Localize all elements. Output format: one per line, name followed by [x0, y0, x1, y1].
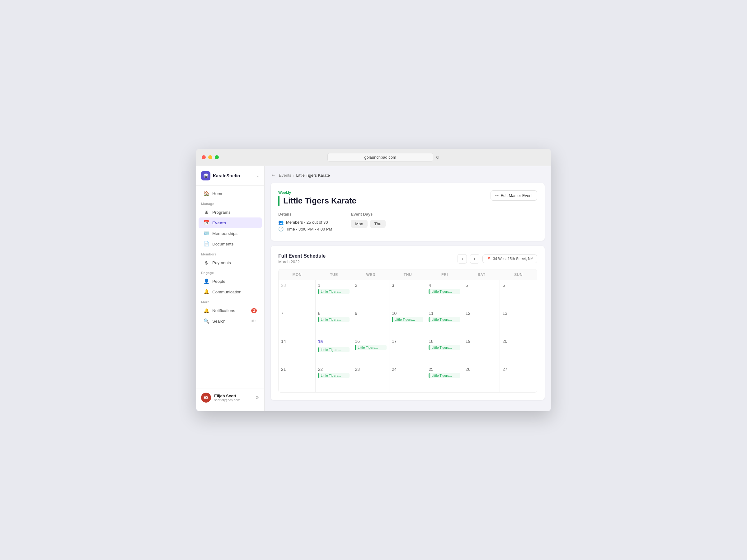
- url-display[interactable]: golaunchpad.com: [328, 153, 433, 161]
- time-detail: 🕐 Time - 3:00 PM - 4:00 PM: [278, 226, 332, 232]
- event-chip[interactable]: Little Tigers...: [429, 345, 460, 350]
- sidebar-item-memberships[interactable]: 🪪 Memberships: [199, 228, 262, 239]
- event-chip[interactable]: Little Tigers...: [318, 347, 350, 352]
- breadcrumb-parent[interactable]: Events: [279, 173, 291, 178]
- table-row[interactable]: 28: [279, 280, 316, 308]
- event-chip[interactable]: Little Tigers...: [429, 373, 460, 378]
- sidebar-item-communication-label: Communication: [212, 290, 241, 294]
- section-more-label: More: [196, 297, 264, 305]
- sidebar-item-memberships-label: Memberships: [212, 231, 237, 236]
- sidebar-item-home[interactable]: 🏠 Home: [199, 188, 262, 199]
- sidebar-item-people[interactable]: 👤 People: [199, 276, 262, 287]
- next-month-button[interactable]: ›: [470, 254, 479, 264]
- members-detail: 👥 Members - 25 out of 30: [278, 220, 332, 224]
- sidebar-item-communication[interactable]: 🔔 Communication: [199, 287, 262, 297]
- table-row[interactable]: 26: [463, 364, 500, 392]
- avatar: ES: [201, 393, 211, 403]
- table-row[interactable]: 17: [389, 336, 427, 364]
- day-number: 22: [318, 367, 350, 372]
- sidebar-item-search-label: Search: [212, 319, 226, 324]
- sidebar-item-programs-label: Programs: [212, 210, 231, 215]
- prev-month-button[interactable]: ‹: [458, 254, 467, 264]
- table-row[interactable]: 10 Little Tigers...: [389, 308, 427, 336]
- sidebar-item-search[interactable]: 🔍 Search ⌘K: [199, 316, 262, 326]
- back-arrow-icon[interactable]: ←: [271, 172, 276, 178]
- minimize-button[interactable]: [208, 155, 212, 159]
- table-row[interactable]: 19: [463, 336, 500, 364]
- day-number: 12: [466, 311, 497, 316]
- breadcrumb: ← Events / Little Tigers Karate: [271, 172, 545, 178]
- breadcrumb-current: Little Tigers Karate: [296, 173, 330, 178]
- event-chip[interactable]: Little Tigers...: [318, 289, 350, 294]
- home-icon: 🏠: [204, 191, 209, 196]
- day-number: 4: [429, 283, 460, 288]
- day-pill-mon: Mon: [351, 220, 367, 228]
- search-icon: 🔍: [204, 318, 209, 324]
- refresh-icon[interactable]: ↻: [436, 155, 439, 160]
- event-chip[interactable]: Little Tigers...: [318, 317, 350, 322]
- payments-icon: $: [204, 260, 209, 265]
- user-email: scottel@hey.com: [214, 398, 240, 402]
- maximize-button[interactable]: [215, 155, 219, 159]
- event-chip[interactable]: Little Tigers...: [318, 373, 350, 378]
- edit-master-label: Edit Master Event: [500, 193, 533, 198]
- event-days-group: Event Days Mon Thu: [351, 212, 386, 233]
- table-row[interactable]: 5: [463, 280, 500, 308]
- settings-icon[interactable]: ⚙: [255, 395, 259, 400]
- table-row[interactable]: 21: [279, 364, 316, 392]
- table-row[interactable]: 13: [500, 308, 537, 336]
- day-number: 2: [355, 283, 387, 288]
- table-row[interactable]: 20: [500, 336, 537, 364]
- sidebar-item-events-label: Events: [212, 220, 226, 225]
- table-row[interactable]: 11 Little Tigers...: [426, 308, 463, 336]
- day-number: 25: [429, 367, 460, 372]
- event-chip[interactable]: Little Tigers...: [429, 289, 460, 294]
- table-row[interactable]: 7: [279, 308, 316, 336]
- day-number: 14: [281, 339, 313, 344]
- sidebar-item-documents[interactable]: 📄 Documents: [199, 239, 262, 249]
- table-row[interactable]: 6: [500, 280, 537, 308]
- day-pills: Mon Thu: [351, 220, 386, 228]
- day-pill-thu: Thu: [370, 220, 386, 228]
- members-detail-text: Members - 25 out of 30: [286, 220, 328, 224]
- cal-header-mon: MON: [279, 269, 316, 280]
- event-chip[interactable]: Little Tigers...: [392, 317, 423, 322]
- app-body: 🥋 KarateStudio ⌄ 🏠 Home Manage ⊞ Program…: [196, 166, 551, 411]
- details-group: Details 👥 Members - 25 out of 30 🕐 Time …: [278, 212, 332, 233]
- notifications-badge: 2: [251, 308, 257, 313]
- sidebar-item-programs[interactable]: ⊞ Programs: [199, 207, 262, 217]
- edit-master-button[interactable]: ✏ Edit Master Event: [491, 190, 537, 201]
- table-row[interactable]: 23: [352, 364, 389, 392]
- table-row[interactable]: 14: [279, 336, 316, 364]
- table-row[interactable]: 16 Little Tigers...: [352, 336, 389, 364]
- details-section: Details 👥 Members - 25 out of 30 🕐 Time …: [278, 212, 537, 233]
- programs-icon: ⊞: [204, 209, 209, 215]
- table-row[interactable]: 15 Little Tigers...: [316, 336, 353, 364]
- event-detail-card: Weekly Little Tigers Karate ✏ Edit Maste…: [271, 183, 545, 241]
- members-icon: 👥: [278, 220, 284, 224]
- table-row[interactable]: 8 Little Tigers...: [316, 308, 353, 336]
- close-button[interactable]: [202, 155, 206, 159]
- table-row[interactable]: 18 Little Tigers...: [426, 336, 463, 364]
- calendar-card: Full Event Schedule March 2022 ‹ › 📍 34 …: [271, 246, 545, 400]
- table-row[interactable]: 24: [389, 364, 427, 392]
- table-row[interactable]: 9: [352, 308, 389, 336]
- sidebar-brand[interactable]: 🥋 KarateStudio ⌄: [196, 171, 264, 186]
- table-row[interactable]: 27: [500, 364, 537, 392]
- address-bar: 🔒 golaunchpad.com ↻: [221, 153, 545, 161]
- sidebar-item-payments[interactable]: $ Payments: [199, 257, 262, 268]
- day-number: 7: [281, 311, 313, 316]
- event-chip[interactable]: Little Tigers...: [355, 345, 387, 350]
- table-row[interactable]: 25 Little Tigers...: [426, 364, 463, 392]
- table-row[interactable]: 12: [463, 308, 500, 336]
- event-chip[interactable]: Little Tigers...: [429, 317, 460, 322]
- table-row[interactable]: 1 Little Tigers...: [316, 280, 353, 308]
- table-row[interactable]: 3: [389, 280, 427, 308]
- day-number: 28: [281, 283, 313, 288]
- table-row[interactable]: 2: [352, 280, 389, 308]
- sidebar-item-notifications[interactable]: 🔔 Notifications 2: [199, 305, 262, 316]
- table-row[interactable]: 22 Little Tigers...: [316, 364, 353, 392]
- table-row[interactable]: 4 Little Tigers...: [426, 280, 463, 308]
- sidebar-item-events[interactable]: 📅 Events: [199, 217, 262, 228]
- chevron-down-icon[interactable]: ⌄: [256, 174, 259, 178]
